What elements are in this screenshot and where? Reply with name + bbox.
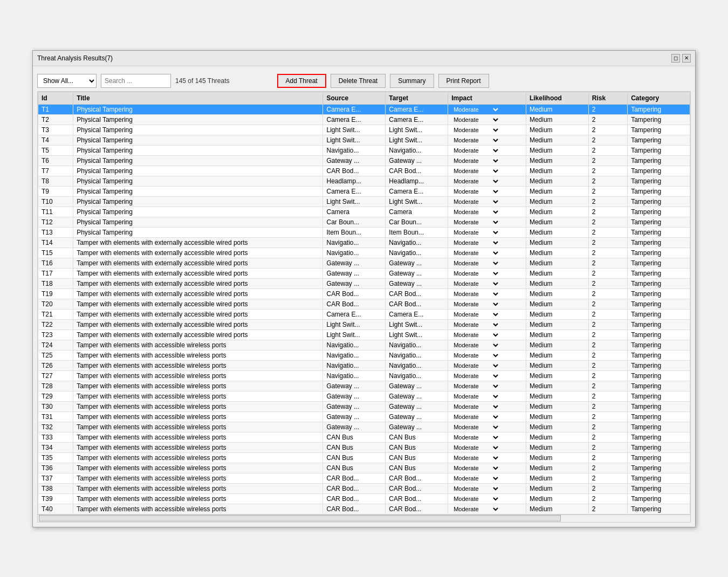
table-row[interactable]: T20Tamper with elements with externally … xyxy=(38,299,690,309)
table-row[interactable]: T37Tamper with elements with accessible … xyxy=(38,473,690,483)
table-row[interactable]: T25Tamper with elements with accessible … xyxy=(38,350,690,360)
cell-impact[interactable]: Moderate xyxy=(448,227,526,237)
cell-impact[interactable]: Moderate xyxy=(448,442,526,452)
cell-impact[interactable]: Moderate xyxy=(448,237,526,248)
cell-impact[interactable]: Moderate xyxy=(448,207,526,217)
table-row[interactable]: T40Tamper with elements with accessible … xyxy=(38,504,690,514)
cell-impact[interactable]: Moderate xyxy=(448,452,526,463)
cell-impact[interactable]: Moderate xyxy=(448,360,526,370)
table-row[interactable]: T33Tamper with elements with accessible … xyxy=(38,432,690,442)
impact-dropdown[interactable]: Moderate xyxy=(451,413,500,421)
table-row[interactable]: T28Tamper with elements with accessible … xyxy=(38,381,690,391)
impact-dropdown[interactable]: Moderate xyxy=(451,208,500,216)
table-row[interactable]: T31Tamper with elements with accessible … xyxy=(38,411,690,422)
table-row[interactable]: T3Physical TamperingLight Swit...Light S… xyxy=(38,125,690,135)
cell-impact[interactable]: Moderate xyxy=(448,329,526,340)
show-all-dropdown[interactable]: Show All... xyxy=(37,74,97,88)
table-row[interactable]: T15Tamper with elements with externally … xyxy=(38,248,690,258)
horizontal-scrollbar[interactable] xyxy=(38,514,690,522)
table-row[interactable]: T30Tamper with elements with accessible … xyxy=(38,401,690,411)
table-row[interactable]: T13Physical TamperingItem Boun...Item Bo… xyxy=(38,227,690,237)
impact-dropdown[interactable]: Moderate xyxy=(451,218,500,226)
table-row[interactable]: T1Physical TamperingCamera E...Camera E.… xyxy=(38,104,690,114)
table-row[interactable]: T27Tamper with elements with accessible … xyxy=(38,370,690,381)
table-row[interactable]: T11Physical TamperingCameraCameraModerat… xyxy=(38,207,690,217)
impact-dropdown[interactable]: Moderate xyxy=(451,300,500,308)
impact-dropdown[interactable]: Moderate xyxy=(451,259,500,267)
table-row[interactable]: T5Physical TamperingNavigatio...Navigati… xyxy=(38,145,690,155)
table-row[interactable]: T7Physical TamperingCAR Bod...CAR Bod...… xyxy=(38,166,690,176)
impact-dropdown[interactable]: Moderate xyxy=(451,464,500,472)
search-input[interactable] xyxy=(101,74,171,88)
table-row[interactable]: T22Tamper with elements with externally … xyxy=(38,319,690,329)
cell-impact[interactable]: Moderate xyxy=(448,401,526,411)
table-row[interactable]: T16Tamper with elements with externally … xyxy=(38,258,690,268)
impact-dropdown[interactable]: Moderate xyxy=(451,188,500,195)
cell-impact[interactable]: Moderate xyxy=(448,176,526,186)
cell-impact[interactable]: Moderate xyxy=(448,278,526,288)
impact-dropdown[interactable]: Moderate xyxy=(451,126,500,134)
impact-dropdown[interactable]: Moderate xyxy=(451,321,500,328)
table-row[interactable]: T38Tamper with elements with accessible … xyxy=(38,483,690,493)
table-scroll[interactable]: Id Title Source Target Impact Likelihood… xyxy=(38,92,690,514)
cell-impact[interactable]: Moderate xyxy=(448,381,526,391)
table-row[interactable]: T14Tamper with elements with externally … xyxy=(38,237,690,248)
cell-impact[interactable]: Moderate xyxy=(448,268,526,278)
table-row[interactable]: T10Physical TamperingLight Swit...Light … xyxy=(38,196,690,207)
table-row[interactable]: T23Tamper with elements with externally … xyxy=(38,329,690,340)
cell-impact[interactable]: Moderate xyxy=(448,483,526,493)
impact-dropdown[interactable]: Moderate xyxy=(451,167,500,175)
cell-impact[interactable]: Moderate xyxy=(448,145,526,155)
cell-impact[interactable]: Moderate xyxy=(448,299,526,309)
cell-impact[interactable]: Moderate xyxy=(448,319,526,329)
cell-impact[interactable]: Moderate xyxy=(448,104,526,114)
table-row[interactable]: T32Tamper with elements with accessible … xyxy=(38,422,690,432)
summary-button[interactable]: Summary xyxy=(390,74,434,88)
table-row[interactable]: T21Tamper with elements with externally … xyxy=(38,309,690,319)
delete-threat-button[interactable]: Delete Threat xyxy=(331,74,386,88)
impact-dropdown[interactable]: Moderate xyxy=(451,290,500,298)
impact-dropdown[interactable]: Moderate xyxy=(451,177,500,185)
impact-dropdown[interactable]: Moderate xyxy=(451,475,500,482)
impact-dropdown[interactable]: Moderate xyxy=(451,382,500,390)
cell-impact[interactable]: Moderate xyxy=(448,411,526,422)
impact-dropdown[interactable]: Moderate xyxy=(451,485,500,492)
impact-dropdown[interactable]: Moderate xyxy=(451,372,500,380)
table-row[interactable]: T2Physical TamperingCamera E...Camera E.… xyxy=(38,114,690,125)
impact-dropdown[interactable]: Moderate xyxy=(451,444,500,451)
table-row[interactable]: T6Physical TamperingGateway ...Gateway .… xyxy=(38,155,690,166)
cell-impact[interactable]: Moderate xyxy=(448,155,526,166)
cell-impact[interactable]: Moderate xyxy=(448,114,526,125)
cell-impact[interactable]: Moderate xyxy=(448,217,526,227)
impact-dropdown[interactable]: Moderate xyxy=(451,393,500,400)
impact-dropdown[interactable]: Moderate xyxy=(451,495,500,503)
close-button[interactable]: ✕ xyxy=(682,54,691,63)
cell-impact[interactable]: Moderate xyxy=(448,493,526,504)
impact-dropdown[interactable]: Moderate xyxy=(451,331,500,339)
impact-dropdown[interactable]: Moderate xyxy=(451,362,500,369)
table-row[interactable]: T39Tamper with elements with accessible … xyxy=(38,493,690,504)
cell-impact[interactable]: Moderate xyxy=(448,135,526,145)
cell-impact[interactable]: Moderate xyxy=(448,432,526,442)
impact-dropdown[interactable]: Moderate xyxy=(451,434,500,441)
print-report-button[interactable]: Print Report xyxy=(438,74,489,88)
cell-impact[interactable]: Moderate xyxy=(448,504,526,514)
impact-dropdown[interactable]: Moderate xyxy=(451,106,500,113)
cell-impact[interactable]: Moderate xyxy=(448,125,526,135)
impact-dropdown[interactable]: Moderate xyxy=(451,352,500,359)
cell-impact[interactable]: Moderate xyxy=(448,196,526,207)
cell-impact[interactable]: Moderate xyxy=(448,288,526,299)
cell-impact[interactable]: Moderate xyxy=(448,340,526,350)
table-row[interactable]: T34Tamper with elements with accessible … xyxy=(38,442,690,452)
restore-button[interactable]: ◻ xyxy=(671,54,680,63)
impact-dropdown[interactable]: Moderate xyxy=(451,239,500,246)
impact-dropdown[interactable]: Moderate xyxy=(451,157,500,164)
table-row[interactable]: T17Tamper with elements with externally … xyxy=(38,268,690,278)
table-row[interactable]: T19Tamper with elements with externally … xyxy=(38,288,690,299)
impact-dropdown[interactable]: Moderate xyxy=(451,147,500,154)
cell-impact[interactable]: Moderate xyxy=(448,248,526,258)
impact-dropdown[interactable]: Moderate xyxy=(451,249,500,257)
impact-dropdown[interactable]: Moderate xyxy=(451,270,500,277)
impact-dropdown[interactable]: Moderate xyxy=(451,116,500,123)
cell-impact[interactable]: Moderate xyxy=(448,391,526,401)
